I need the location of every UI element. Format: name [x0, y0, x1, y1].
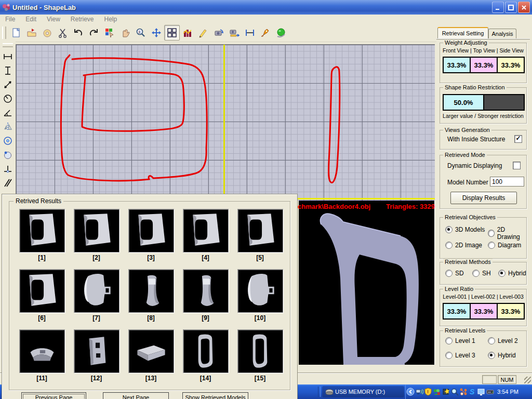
result-thumbnail-11[interactable]	[19, 329, 65, 373]
result-thumbnail-4[interactable]	[183, 209, 229, 252]
tray-skype-icon[interactable]: S	[468, 388, 476, 396]
tool-angle-button[interactable]	[1, 105, 15, 119]
toolbar-zoom-button[interactable]: ±	[133, 25, 149, 41]
tool-measure-vertical-button[interactable]	[1, 63, 15, 77]
menu-view[interactable]: View	[42, 16, 65, 23]
toolbar-redo-button[interactable]	[86, 25, 102, 41]
tool-mirror-button[interactable]	[1, 119, 15, 134]
toolbar-open-button[interactable]	[24, 25, 39, 41]
tool-sphere-point-button[interactable]	[1, 148, 15, 162]
result-thumbnail-12[interactable]	[74, 329, 119, 373]
shape-ratio-value-cell[interactable]: 50.0%	[444, 95, 484, 110]
toolbar-pan-hand-button[interactable]	[117, 25, 133, 41]
tray-drive-icon[interactable]	[485, 388, 494, 396]
toolbar-move-button[interactable]	[149, 25, 164, 41]
tile-view-icon	[166, 27, 178, 38]
level-ratio-bar[interactable]: 33.3% 33.3% 33.3%	[443, 303, 525, 320]
results-prev-page-button[interactable]: Previous Page	[21, 392, 86, 399]
radio-2d-drawing[interactable]: 2D Drawing	[488, 226, 526, 241]
result-thumbnail-10[interactable]	[237, 269, 283, 313]
tray-users-icon[interactable]	[432, 388, 441, 396]
result-thumbnail-3[interactable]	[128, 209, 174, 252]
result-thumbnail-7[interactable]	[74, 269, 119, 313]
toolbar-cut-button[interactable]	[55, 25, 71, 41]
weight-bar[interactable]: 33.3% 33.3% 33.3%	[443, 57, 525, 73]
tab-retrieval-setting[interactable]: Retrieval Setting	[437, 27, 488, 39]
result-thumbnail-9[interactable]	[183, 269, 229, 313]
tool-measure-diagonal-button[interactable]	[1, 77, 15, 91]
radio-hybrid-method[interactable]: Hybrid	[498, 270, 526, 277]
toolbar-pen-button[interactable]	[258, 25, 273, 41]
result-thumbnail-14[interactable]	[183, 329, 229, 373]
radio-hybrid-level[interactable]: Hybrid	[488, 352, 516, 359]
toolbar-dimension-h-button[interactable]	[242, 25, 258, 41]
tray-nodes-icon[interactable]	[459, 388, 468, 396]
radio-3d-models[interactable]: 3D Models	[445, 226, 485, 233]
radio-level-3[interactable]: Level 3	[445, 352, 475, 359]
taskbar-usb-memory-button[interactable]: USB MEMORY (D:)	[322, 386, 404, 397]
toolbar-camera-rotate-button[interactable]	[211, 25, 227, 41]
sketch-canvas[interactable]	[16, 44, 435, 201]
toolbar-histogram-button[interactable]	[180, 25, 195, 41]
toolbar-palette-button[interactable]	[39, 25, 55, 41]
result-thumbnail-15[interactable]	[237, 329, 283, 373]
model-number-input[interactable]	[490, 177, 524, 187]
toolbar-pencil-button[interactable]	[195, 25, 211, 41]
tool-perpendicular-button[interactable]	[1, 162, 15, 176]
tab-analysis[interactable]: Analysis	[488, 29, 516, 38]
display-results-button[interactable]: Display Results	[450, 192, 517, 204]
menu-edit[interactable]: Edit	[20, 16, 42, 23]
weight-front-cell[interactable]: 33.3%	[444, 58, 471, 72]
toolbar-grip[interactable]	[2, 26, 6, 39]
tray-chevron-left-icon[interactable]	[406, 388, 415, 396]
tray-magnifier-icon[interactable]	[450, 388, 459, 396]
left-toolbar-grip[interactable]	[3, 43, 13, 47]
menu-retrieve[interactable]: Retrieve	[65, 16, 99, 23]
resize-grip[interactable]	[524, 377, 531, 383]
tool-parallel-button[interactable]	[1, 176, 15, 190]
result-thumbnail-5[interactable]	[237, 209, 283, 252]
level-002-cell[interactable]: 33.3%	[471, 304, 498, 318]
tray-display-icon[interactable]	[476, 388, 485, 396]
result-thumbnail-8[interactable]	[128, 269, 174, 313]
radio-level-2[interactable]: Level 2	[488, 337, 518, 344]
toolbar-tile-view-button[interactable]	[164, 25, 180, 41]
radio-level-1[interactable]: Level 1	[445, 337, 475, 344]
minimize-button[interactable]	[492, 2, 504, 13]
radio-diagram[interactable]: Diagram	[488, 242, 521, 249]
tool-radius-button[interactable]	[1, 91, 15, 105]
level-001-cell[interactable]: 33.3%	[444, 304, 471, 318]
toolbar-camera-measure-button[interactable]	[227, 25, 242, 41]
toolbar-undo-button[interactable]	[71, 25, 86, 41]
toolbar-new-button[interactable]	[8, 25, 24, 41]
radio-sh[interactable]: SH	[472, 270, 491, 277]
tray-chip-icon[interactable]	[441, 388, 450, 396]
radio-sd[interactable]: SD	[445, 270, 464, 277]
dynamic-displaying-checkbox[interactable]: ✓	[513, 162, 521, 169]
maximize-button[interactable]	[505, 2, 517, 13]
weight-top-cell[interactable]: 33.3%	[471, 58, 498, 72]
inside-structure-checkbox[interactable]: ✓	[514, 135, 522, 143]
result-thumbnail-6[interactable]	[19, 269, 65, 313]
radio-2d-image[interactable]: 2D Image	[445, 242, 482, 249]
tool-concentric-circle-button[interactable]	[1, 134, 15, 148]
results-show-models-button[interactable]: Show Retrieved Models	[182, 392, 248, 399]
result-thumbnail-13[interactable]	[128, 329, 174, 373]
tray-network-icon[interactable]	[415, 388, 423, 396]
3d-viewer[interactable]: chmark\Backdoor4.obj Triangles: 3329	[299, 201, 435, 365]
tray-shield-icon[interactable]: !	[423, 388, 432, 396]
close-button[interactable]	[518, 2, 530, 13]
menu-file[interactable]: File	[0, 16, 20, 23]
tool-measure-horizontal-button[interactable]	[1, 49, 15, 63]
toolbar-sphere-paint-button[interactable]	[273, 25, 289, 41]
sphere-point-icon	[2, 149, 14, 161]
weight-side-cell[interactable]: 33.3%	[498, 58, 524, 72]
menu-help[interactable]: Help	[99, 16, 123, 23]
shape-ratio-bar[interactable]: 50.0%	[443, 94, 525, 111]
result-thumbnail-2[interactable]	[74, 209, 119, 252]
level-003-cell[interactable]: 33.3%	[498, 304, 524, 318]
result-thumbnail-1[interactable]	[19, 209, 65, 252]
shape-ratio-rest-cell[interactable]	[484, 95, 524, 110]
results-next-page-button[interactable]: Next Page	[103, 392, 169, 399]
toolbar-pick-color-button[interactable]	[102, 25, 117, 41]
